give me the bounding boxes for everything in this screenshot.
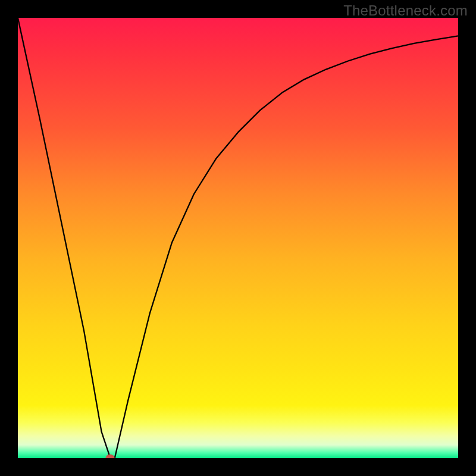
- watermark-text: TheBottleneck.com: [343, 2, 468, 19]
- plot-area: [18, 18, 458, 458]
- optimal-point-marker: [106, 455, 115, 459]
- curve-svg: [18, 18, 458, 458]
- chart-frame: TheBottleneck.com: [0, 0, 476, 476]
- bottleneck-curve: [18, 18, 458, 458]
